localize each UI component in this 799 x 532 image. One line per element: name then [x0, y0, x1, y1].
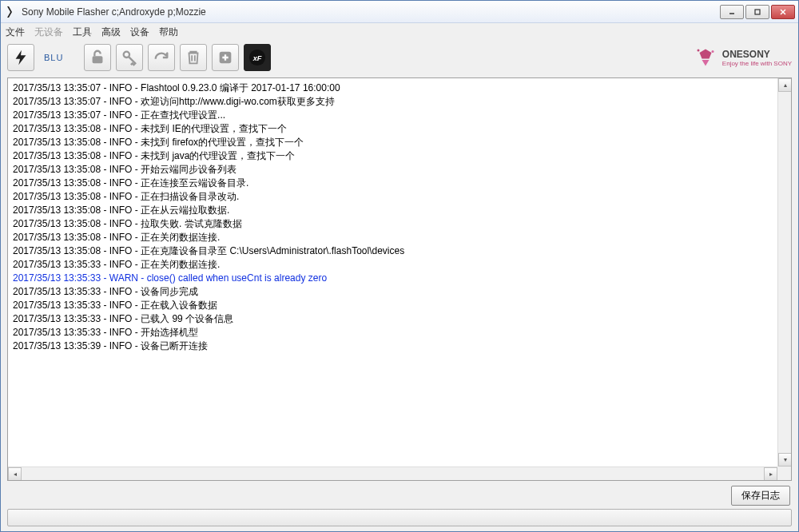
scroll-down-icon[interactable]: ▾: [778, 453, 792, 466]
log-panel: 2017/35/13 13:35:07 - INFO - Flashtool 0…: [7, 77, 792, 481]
blu-label: BLU: [39, 53, 68, 62]
log-line: 2017/35/13 13:35:08 - INFO - 未找到 firefox…: [13, 136, 786, 149]
save-log-button[interactable]: 保存日志: [731, 486, 790, 506]
scroll-left-icon[interactable]: ◂: [8, 467, 22, 481]
log-line: 2017/35/13 13:35:33 - INFO - 开始选择机型: [13, 326, 786, 339]
unlock-button[interactable]: [84, 44, 111, 71]
log-line: 2017/35/13 13:35:08 - INFO - 正在连接至云端设备目录…: [13, 177, 786, 190]
svg-rect-4: [93, 56, 103, 63]
svg-point-10: [711, 50, 714, 53]
horizontal-scrollbar[interactable]: ◂ ▸: [8, 466, 777, 480]
log-line: 2017/35/13 13:35:33 - INFO - 设备同步完成: [13, 285, 786, 299]
titlebar: Sony Mobile Flasher c;Androxyde p;Mozzie: [1, 1, 798, 23]
menu-帮助[interactable]: 帮助: [159, 26, 178, 39]
menubar: 文件无设备工具高级设备帮助: [1, 23, 798, 41]
menu-设备[interactable]: 设备: [130, 26, 149, 39]
log-line: 2017/35/13 13:35:08 - INFO - 正在克隆设备目录至 C…: [13, 244, 786, 258]
app-window: Sony Mobile Flasher c;Androxyde p;Mozzie…: [0, 0, 799, 532]
svg-rect-1: [755, 10, 760, 14]
log-line: 2017/35/13 13:35:08 - INFO - 拉取失败. 尝试克隆数…: [13, 217, 786, 231]
brand-tagline: Enjoy the life with SONY: [722, 60, 792, 67]
footer: 保存日志: [1, 482, 798, 509]
trash-button[interactable]: [180, 44, 207, 71]
svg-point-9: [697, 50, 699, 52]
log-line: 2017/35/13 13:35:08 - INFO - 未找到 java的代理…: [13, 149, 786, 163]
menu-无设备[interactable]: 无设备: [34, 26, 63, 39]
add-button[interactable]: [212, 44, 239, 71]
menu-工具[interactable]: 工具: [73, 26, 92, 39]
app-icon: [4, 6, 17, 18]
maximize-button[interactable]: [745, 5, 769, 19]
log-line: 2017/35/13 13:35:33 - WARN - close() cal…: [13, 272, 786, 285]
svg-text:xF: xF: [252, 54, 262, 62]
svg-point-5: [124, 52, 129, 58]
scroll-right-icon[interactable]: ▸: [764, 467, 777, 481]
log-line: 2017/35/13 13:35:07 - INFO - Flashtool 0…: [13, 81, 786, 95]
minimize-button[interactable]: [720, 5, 744, 19]
log-content[interactable]: 2017/35/13 13:35:07 - INFO - Flashtool 0…: [8, 78, 791, 356]
vertical-scrollbar[interactable]: ▴ ▾: [777, 78, 791, 466]
log-line: 2017/35/13 13:35:07 - INFO - 正在查找代理设置...: [13, 109, 786, 122]
log-line: 2017/35/13 13:35:08 - INFO - 正在扫描设备目录改动.: [13, 190, 786, 204]
brand-name: ONESONY: [722, 49, 792, 60]
log-line: 2017/35/13 13:35:33 - INFO - 正在关闭数据连接.: [13, 258, 786, 272]
log-line: 2017/35/13 13:35:33 - INFO - 已载入 99 个设备信…: [13, 312, 786, 326]
scroll-corner: [777, 466, 791, 480]
menu-高级[interactable]: 高级: [101, 26, 121, 39]
window-controls: [720, 5, 795, 19]
xperifirm-button[interactable]: xF: [244, 44, 271, 71]
log-line: 2017/35/13 13:35:39 - INFO - 设备已断开连接: [13, 339, 786, 353]
brand-icon: [694, 46, 718, 69]
log-line: 2017/35/13 13:35:08 - INFO - 正在关闭数据连接.: [13, 231, 786, 244]
key-button[interactable]: [116, 44, 143, 71]
toolbar: BLU xF ONESONY E: [1, 41, 798, 74]
window-title: Sony Mobile Flasher c;Androxyde p;Mozzie: [22, 6, 720, 18]
log-line: 2017/35/13 13:35:08 - INFO - 正在从云端拉取数据.: [13, 204, 786, 217]
log-line: 2017/35/13 13:35:08 - INFO - 未找到 IE的代理设置…: [13, 122, 786, 136]
close-button[interactable]: [771, 5, 795, 19]
statusbar: [7, 509, 792, 526]
brand: ONESONY Enjoy the life with SONY: [694, 46, 792, 69]
scroll-up-icon[interactable]: ▴: [778, 78, 792, 92]
menu-文件[interactable]: 文件: [6, 26, 25, 39]
flash-button[interactable]: [7, 44, 34, 71]
log-line: 2017/35/13 13:35:08 - INFO - 开始云端同步设备列表: [13, 163, 786, 177]
redo-button[interactable]: [148, 44, 175, 71]
log-line: 2017/35/13 13:35:33 - INFO - 正在载入设备数据: [13, 299, 786, 312]
log-line: 2017/35/13 13:35:07 - INFO - 欢迎访问http://…: [13, 95, 786, 109]
